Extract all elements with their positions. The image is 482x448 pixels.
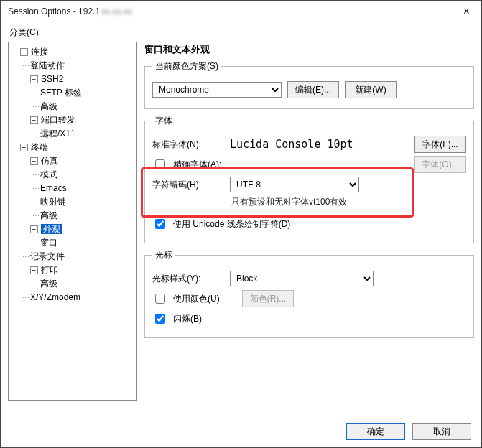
blink-label: 闪烁(B) bbox=[173, 313, 202, 325]
tree-item-advanced3[interactable]: 高级 bbox=[40, 279, 57, 289]
font-group: 字体 标准字体(N): Lucida Console 10pt 字体(F)...… bbox=[144, 115, 474, 243]
pane-header: 窗口和文本外观 bbox=[144, 42, 474, 60]
narrow-font-label: 精确字体(A): bbox=[173, 159, 409, 171]
cursor-legend: 光标 bbox=[152, 249, 175, 261]
color-scheme-group: 当前颜色方案(S) Monochrome 编辑(E)... 新建(W) bbox=[144, 60, 474, 109]
normal-font-value: Lucida Console 10pt bbox=[230, 138, 409, 151]
tree-item-mapping[interactable]: 映射键 bbox=[40, 197, 66, 207]
category-label: 分类(C): bbox=[1, 22, 481, 39]
use-color-label: 使用颜色(U): bbox=[173, 293, 236, 305]
close-icon[interactable]: × bbox=[459, 5, 474, 18]
tree-item-portfwd[interactable]: 端口转发 bbox=[41, 115, 75, 125]
tree-toggle-icon[interactable]: − bbox=[30, 75, 38, 83]
tree-item-connect[interactable]: 连接 bbox=[31, 47, 48, 57]
font-legend: 字体 bbox=[152, 115, 175, 127]
window-title: Session Options - 192.1 bbox=[8, 6, 100, 17]
tree-item-login[interactable]: 登陆动作 bbox=[30, 60, 65, 70]
tree-item-appearance[interactable]: 外观 bbox=[41, 224, 62, 234]
use-color-checkbox[interactable] bbox=[155, 294, 165, 304]
tree-item-terminal[interactable]: 终端 bbox=[31, 142, 48, 152]
unicode-line-label: 使用 Unicode 线条绘制字符(D) bbox=[173, 218, 290, 230]
normal-font-label: 标准字体(N): bbox=[152, 139, 224, 151]
ok-button[interactable]: 确定 bbox=[346, 423, 405, 440]
tree-item-window[interactable]: 窗口 bbox=[40, 238, 57, 248]
encoding-label: 字符编码(H): bbox=[152, 179, 224, 191]
tree-item-advanced[interactable]: 高级 bbox=[40, 101, 57, 111]
tree-toggle-icon[interactable]: − bbox=[30, 116, 38, 124]
tree-toggle-icon[interactable]: − bbox=[30, 157, 38, 165]
blink-checkbox[interactable] bbox=[155, 314, 165, 324]
tree-toggle-icon[interactable]: − bbox=[30, 266, 38, 274]
tree-item-emulation[interactable]: 仿真 bbox=[41, 156, 58, 166]
font-button[interactable]: 字体(F)... bbox=[414, 136, 466, 153]
settings-pane: 窗口和文本外观 当前颜色方案(S) Monochrome 编辑(E)... 新建… bbox=[144, 42, 474, 406]
dialog-footer: 确定 取消 bbox=[346, 423, 471, 440]
window-title-obscured: xx.xx.xx bbox=[101, 6, 132, 17]
tree-item-xyz[interactable]: X/Y/Zmodem bbox=[30, 292, 80, 302]
tree-item-mode[interactable]: 模式 bbox=[40, 169, 57, 179]
cursor-color-button: 颜色(R)... bbox=[242, 290, 294, 307]
category-tree[interactable]: −连接 登陆动作 −SSH2 SFTP 标签 高级 −端口转发 远程/X11 −… bbox=[8, 42, 137, 401]
unicode-line-checkbox[interactable] bbox=[155, 219, 165, 229]
tree-item-ssh2[interactable]: SSH2 bbox=[41, 74, 63, 84]
tree-item-emacs[interactable]: Emacs bbox=[40, 183, 67, 193]
cancel-button[interactable]: 取消 bbox=[412, 423, 471, 440]
tree-toggle-icon[interactable]: − bbox=[30, 225, 38, 233]
tree-item-logfile[interactable]: 记录文件 bbox=[30, 251, 65, 261]
cursor-style-select[interactable]: Block bbox=[230, 271, 374, 286]
tree-item-advanced2[interactable]: 高级 bbox=[40, 210, 57, 220]
tree-toggle-icon[interactable]: − bbox=[20, 48, 28, 56]
tree-toggle-icon[interactable]: − bbox=[20, 144, 28, 151]
cursor-style-label: 光标样式(Y): bbox=[152, 273, 224, 285]
color-scheme-legend: 当前颜色方案(S) bbox=[152, 60, 221, 73]
tree-item-x11[interactable]: 远程/X11 bbox=[40, 129, 75, 139]
color-scheme-select[interactable]: Monochrome bbox=[152, 82, 282, 98]
tree-item-print[interactable]: 打印 bbox=[41, 265, 58, 275]
new-scheme-button[interactable]: 新建(W) bbox=[345, 81, 397, 98]
encoding-select[interactable]: UTF-8 bbox=[230, 177, 359, 192]
cursor-group: 光标 光标样式(Y): Block 使用颜色(U): 颜色(R)... 闪烁(B… bbox=[144, 249, 474, 338]
edit-scheme-button[interactable]: 编辑(E)... bbox=[287, 81, 339, 98]
title-bar: Session Options - 192.1 xx.xx.xx × bbox=[1, 1, 481, 22]
font-button-2: 字体(O)... bbox=[414, 156, 466, 173]
encoding-note: 只有预设和无对字体vt100有效 bbox=[231, 196, 466, 208]
narrow-font-checkbox[interactable] bbox=[155, 159, 165, 169]
tree-item-sftp[interactable]: SFTP 标签 bbox=[40, 88, 82, 98]
